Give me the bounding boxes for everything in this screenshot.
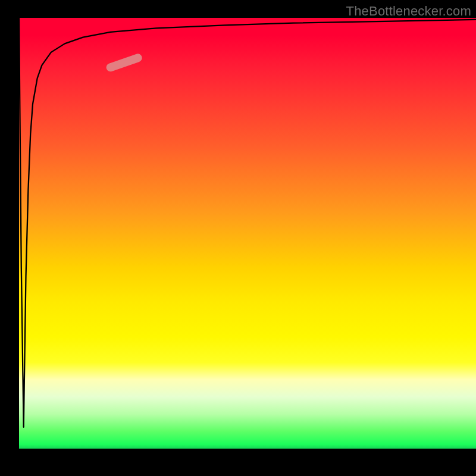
x-axis-strip bbox=[0, 449, 476, 476]
chart-stage: TheBottlenecker.com bbox=[0, 0, 476, 476]
watermark-text: TheBottlenecker.com bbox=[346, 4, 471, 19]
plot-area bbox=[19, 18, 476, 449]
y-axis-strip bbox=[0, 0, 19, 476]
